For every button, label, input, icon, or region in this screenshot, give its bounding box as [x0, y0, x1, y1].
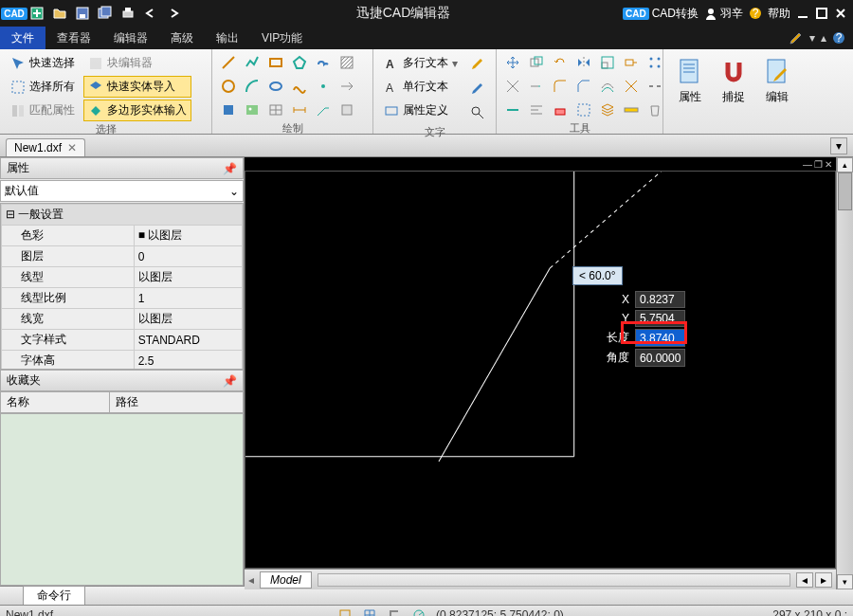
help2-icon[interactable]: ? — [832, 31, 845, 45]
canvas-max-icon[interactable]: ❐ — [814, 159, 823, 170]
chamfer-tool-icon[interactable] — [573, 76, 594, 97]
text-edit-icon[interactable] — [466, 52, 489, 75]
point-tool-icon[interactable] — [313, 76, 334, 97]
break-tool-icon[interactable] — [644, 76, 665, 97]
move-tool-icon[interactable] — [502, 52, 523, 73]
rotate-tool-icon[interactable] — [550, 52, 571, 73]
fav-body[interactable] — [0, 413, 244, 586]
align-tool-icon[interactable] — [526, 100, 547, 120]
prop-section[interactable]: ⊟ 一般设置 — [2, 205, 243, 226]
ellipse-tool-icon[interactable] — [265, 76, 286, 97]
props-panel-header[interactable]: 属性 📌 — [0, 157, 244, 179]
new-icon[interactable] — [27, 3, 47, 24]
extend-tool-icon[interactable] — [526, 76, 547, 97]
document-tab[interactable]: New1.dxf ✕ — [6, 138, 85, 156]
fav-col-path[interactable]: 路径 — [110, 392, 144, 412]
explode-tool-icon[interactable] — [621, 76, 642, 97]
status-snap-icon[interactable] — [337, 607, 353, 617]
polygon-tool-icon[interactable] — [289, 52, 310, 73]
menu-tab-3[interactable]: 高级 — [159, 27, 205, 49]
insert-tool-icon[interactable] — [218, 100, 239, 120]
prop-value[interactable]: 以图层 — [134, 309, 242, 330]
rect-tool-icon[interactable] — [265, 52, 286, 73]
fav-panel-header[interactable]: 收藏夹 📌 — [0, 370, 244, 391]
model-tab[interactable]: Model — [260, 571, 312, 589]
maximize-icon[interactable] — [815, 7, 828, 20]
app-icon[interactable]: CAD — [4, 3, 25, 24]
prop-value[interactable]: ■ 以图层 — [134, 226, 242, 246]
help-button[interactable]: 帮助 — [768, 6, 790, 22]
stretch-tool-icon[interactable] — [621, 52, 642, 73]
drawing-canvas[interactable]: < 60.0° X0.8237Y5.7504长度3.8740角度60.0000 — [245, 171, 836, 569]
dim-tool-icon[interactable] — [289, 100, 310, 120]
polyline-tool-icon[interactable] — [242, 52, 263, 73]
line-tool-icon[interactable] — [218, 52, 239, 73]
canvas-close-icon[interactable]: ✕ — [825, 159, 832, 170]
select-all-button[interactable]: 选择所有 — [6, 76, 80, 98]
prop-value[interactable]: 0 — [134, 246, 242, 267]
readout-value[interactable]: 60.0000 — [635, 349, 685, 367]
arc-tool-icon[interactable] — [242, 76, 263, 97]
quick-select-button[interactable]: 快速选择 — [6, 52, 80, 74]
text-find-icon[interactable] — [466, 101, 489, 124]
image-tool-icon[interactable] — [242, 100, 263, 120]
leader-tool-icon[interactable] — [313, 100, 334, 120]
text-style-icon[interactable] — [466, 77, 489, 100]
poly-solid-input-button[interactable]: 多边形实体输入 — [83, 100, 191, 121]
block-editor-button[interactable]: 块编辑器 — [83, 52, 191, 74]
points-icon[interactable]: ? — [749, 7, 762, 20]
layer-tool-icon[interactable] — [597, 100, 618, 120]
menu-tab-2[interactable]: 编辑器 — [102, 27, 159, 49]
ribbon-min-icon[interactable]: ▴ — [821, 31, 826, 45]
prop-value[interactable]: 以图层 — [134, 267, 242, 288]
attrdef-button[interactable]: 属性定义 — [379, 100, 463, 121]
quick-solid-import-button[interactable]: 快速实体导入 — [83, 76, 191, 98]
pin-icon-2[interactable]: 📌 — [223, 374, 237, 388]
group-tool-icon[interactable] — [573, 100, 594, 120]
menu-dropdown-icon[interactable]: ▾ — [809, 31, 815, 45]
scale-tool-icon[interactable] — [597, 52, 618, 73]
stext-button[interactable]: A单行文本 — [379, 76, 463, 98]
minimize-icon[interactable] — [796, 7, 809, 20]
prop-value[interactable]: STANDARD — [134, 330, 242, 351]
pen-icon[interactable] — [789, 30, 804, 45]
command-line-tab[interactable]: 命令行 — [23, 586, 85, 605]
property-grid[interactable]: ⊟ 一般设置 色彩■ 以图层 图层0 线型以图层 线型比例1 线宽以图层 文字样… — [0, 203, 244, 370]
table-tool-icon[interactable] — [265, 100, 286, 120]
undo-icon[interactable] — [140, 3, 161, 24]
pin-icon[interactable]: 📌 — [223, 162, 237, 175]
mtext-button[interactable]: A多行文本▾ — [379, 52, 463, 74]
copy-tool-icon[interactable] — [526, 52, 547, 73]
save-icon[interactable] — [72, 3, 93, 24]
vscrollbar[interactable]: ▴ ▾ — [836, 157, 853, 589]
readout-value[interactable]: 0.8237 — [635, 291, 685, 308]
saveall-icon[interactable] — [95, 3, 116, 24]
vscroll-up-icon[interactable]: ▴ — [837, 157, 853, 172]
props-default-combo[interactable]: 默认值 ⌄ — [0, 180, 244, 202]
match-props-button[interactable]: 匹配属性 — [6, 100, 80, 121]
join-tool-icon[interactable] — [502, 100, 523, 120]
fav-col-name[interactable]: 名称 — [1, 392, 110, 412]
snap-bigbutton[interactable]: 捕捉 — [713, 52, 754, 110]
cloud-tool-icon[interactable] — [313, 52, 334, 73]
menu-tab-0[interactable]: 文件 — [0, 27, 45, 49]
status-ortho-icon[interactable] — [387, 607, 402, 617]
erase-tool-icon[interactable] — [550, 100, 571, 120]
hscroll-left-icon[interactable]: ◂ — [796, 572, 813, 588]
model-prev-icon[interactable]: ◂ — [248, 573, 254, 587]
document-tabs-dropdown-icon[interactable]: ▾ — [830, 137, 847, 154]
vscroll-down-icon[interactable]: ▾ — [837, 574, 853, 589]
prop-value[interactable]: 1 — [134, 288, 242, 309]
document-tab-close-icon[interactable]: ✕ — [67, 141, 77, 154]
ray-tool-icon[interactable] — [336, 76, 357, 97]
measure-tool-icon[interactable] — [621, 100, 642, 120]
status-grid-icon[interactable] — [362, 607, 377, 617]
status-polar-icon[interactable] — [411, 607, 426, 617]
cad-convert-button[interactable]: CADCAD转换 — [623, 6, 699, 22]
hatch-tool-icon[interactable] — [336, 52, 357, 73]
prop-value[interactable]: 2.5 — [134, 351, 242, 371]
hscroll-right-icon[interactable]: ▸ — [815, 572, 832, 588]
purge-tool-icon[interactable] — [644, 100, 665, 120]
close-icon[interactable] — [834, 7, 847, 20]
redo-icon[interactable] — [163, 3, 184, 24]
